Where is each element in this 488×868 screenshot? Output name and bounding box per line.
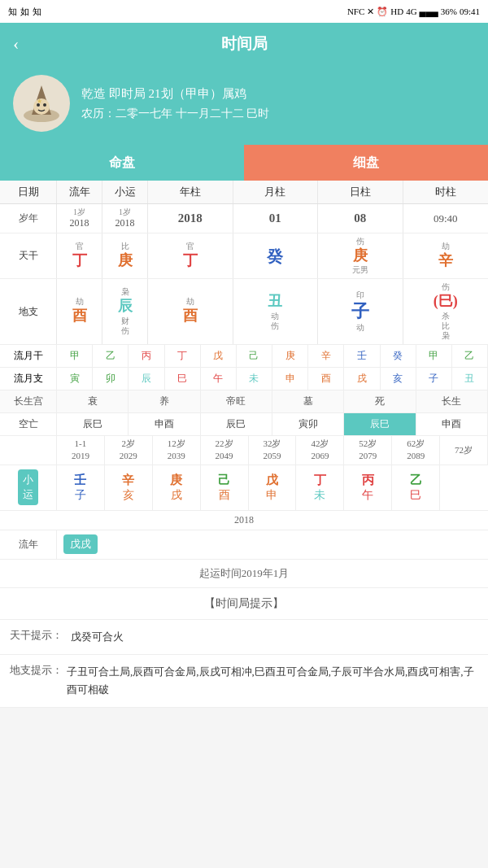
dayun-item-4: 己 酉 xyxy=(201,465,249,510)
dayun-age-empty xyxy=(0,436,57,465)
fmg-1: 甲 xyxy=(57,345,93,367)
svg-point-4 xyxy=(43,103,46,107)
cs-4: 墓 xyxy=(272,390,344,412)
tiangan-hint-row: 天干提示： 戊癸可合火 xyxy=(0,620,488,655)
year-rizhu: 08 xyxy=(318,204,403,233)
fmg-3: 丙 xyxy=(129,345,164,367)
dayun-item-7: 丙 午 xyxy=(344,465,392,510)
hd-badge: HD xyxy=(390,7,403,16)
fmg-10: 癸 xyxy=(381,345,416,367)
nfc-icon: NFC xyxy=(347,7,364,16)
qiyun-text: 起运时间2019年1月 xyxy=(0,560,488,588)
col-header-liunian: 流年 xyxy=(57,181,102,203)
dayun-badge: 小运 xyxy=(18,469,38,505)
year-xiaoyun: 1岁 2018 xyxy=(102,204,148,233)
dizhi-yuezhu: 丑 动 伤 xyxy=(233,279,319,343)
tiangan-liunian: 官 丁 xyxy=(57,233,102,278)
tiangan-xiaoyun: 比 庚 xyxy=(102,233,148,278)
dayun-age-4: 22岁2049 xyxy=(201,436,249,465)
table-area: 日期 流年 小运 年柱 月柱 日柱 时柱 岁年 1岁 2018 1岁 2018 … xyxy=(0,181,488,708)
fmz-4: 巳 xyxy=(165,368,201,390)
alarm-icon: ⏰ xyxy=(377,7,388,17)
status-bar: 知 如 知 NFC ✕ ⏰ HD 4G ▄▄▄ 36% 09:41 xyxy=(0,0,488,23)
dayun-age-7: 52岁2079 xyxy=(344,436,392,465)
dizhi-nianzhu: 劫 酉 xyxy=(148,279,233,343)
cs-6: 长生 xyxy=(416,390,488,412)
dayun-age-8: 62岁2089 xyxy=(392,436,440,465)
svg-text:★: ★ xyxy=(37,98,42,105)
status-left: 知 如 知 xyxy=(8,6,41,18)
status-icon3: 知 xyxy=(33,6,41,18)
fmz-7: 申 xyxy=(272,368,308,390)
status-icon2: 如 xyxy=(20,6,29,18)
dayun-label-cell: 小运 xyxy=(0,465,57,510)
tiangan-label: 天干 xyxy=(0,233,57,278)
dayun-item-3: 庚 戌 xyxy=(153,465,201,510)
battery-icon: 36% xyxy=(441,7,457,16)
fmg-8: 辛 xyxy=(308,345,344,367)
fmg-4: 丁 xyxy=(165,345,201,367)
fmg-2: 乙 xyxy=(93,345,129,367)
col-header-rizhu: 日柱 xyxy=(318,181,403,203)
fmg-11: 甲 xyxy=(416,345,452,367)
kongwang-label: 空亡 xyxy=(0,413,57,435)
dizhi-xiaoyun: 枭 辰 财 伤 xyxy=(102,279,148,343)
fmz-6: 未 xyxy=(237,368,272,390)
fmz-2: 卯 xyxy=(93,368,129,390)
year-shizhu: 09:40 xyxy=(403,204,489,233)
tiangan-yuezhu: 癸 xyxy=(233,233,319,278)
fmg-9: 壬 xyxy=(344,345,380,367)
dayun-age-6: 42岁2069 xyxy=(296,436,344,465)
tiangan-hint-label: 天干提示： xyxy=(10,628,63,646)
tiangan-rizhu: 伤 庚 元男 xyxy=(318,233,403,278)
tab-xipan[interactable]: 细盘 xyxy=(244,145,488,181)
fmg-5: 戊 xyxy=(201,345,237,367)
dayun-item-5: 戊 申 xyxy=(249,465,297,510)
year-liunian: 1岁 2018 xyxy=(57,204,102,233)
dizhi-hint-row: 地支提示： 子丑可合土局,辰酉可合金局,辰戌可相冲,巳酉丑可合金局,子辰可半合水… xyxy=(0,655,488,708)
cs-2: 养 xyxy=(129,390,200,412)
tiangan-nianzhu: 官 丁 xyxy=(148,233,233,278)
dizhi-label: 地支 xyxy=(0,279,57,343)
liunian-badge: 戊戌 xyxy=(63,534,98,554)
flow-month-zhi-row: 流月支 寅 卯 辰 巳 午 未 申 酉 戌 亥 子 丑 xyxy=(0,368,488,390)
dizhi-liunian: 劫 酉 xyxy=(57,279,102,343)
changsheng-row: 长生宫 衰 养 帝旺 墓 死 长生 xyxy=(0,390,488,413)
dayun-age-2: 2岁2029 xyxy=(105,436,153,465)
dayun-main-row: 小运 壬 子 辛 亥 庚 戌 己 酉 戊 申 丁 未 丙 午 xyxy=(0,465,488,511)
fmz-10: 亥 xyxy=(381,368,416,390)
dizhi-row: 地支 劫 酉 枭 辰 财 伤 劫 酉 丑 动 伤 印 子 动 伤 (巳) 杀 xyxy=(0,279,488,344)
fmz-12: 丑 xyxy=(452,368,488,390)
dizhi-hint-label: 地支提示： xyxy=(10,663,59,699)
col-header-shizhu: 时柱 xyxy=(403,181,489,203)
tiangan-hint-content: 戊癸可合火 xyxy=(71,628,124,646)
table-header-row: 日期 流年 小运 年柱 月柱 日柱 时柱 xyxy=(0,181,488,204)
year-nianzhu: 2018 xyxy=(148,204,233,233)
tab-mingpan[interactable]: 命盘 xyxy=(0,145,244,181)
fmz-1: 寅 xyxy=(57,368,93,390)
dizhi-rizhu: 印 子 动 xyxy=(318,279,403,343)
kw-4: 寅卯 xyxy=(272,413,344,435)
col-header-nianzhu: 年柱 xyxy=(148,181,233,203)
fmg-7: 庚 xyxy=(272,345,308,367)
mute-icon: ✕ xyxy=(367,7,374,17)
liunian-row: 流年 戊戌 xyxy=(0,530,488,560)
back-button[interactable]: ‹ xyxy=(13,33,19,55)
app-header: ‹ 时间局 xyxy=(0,23,488,65)
dayun-item-2: 辛 亥 xyxy=(105,465,153,510)
tiangan-row: 天干 官 丁 比 庚 官 丁 癸 伤 庚 元男 劫 辛 xyxy=(0,233,488,279)
col-header-date: 日期 xyxy=(0,181,57,203)
dizhi-shizhu: 伤 (巳) 杀 比 枭 xyxy=(403,279,489,343)
tiangan-shizhu: 劫 辛 xyxy=(403,233,489,278)
status-right: NFC ✕ ⏰ HD 4G ▄▄▄ 36% 09:41 xyxy=(347,7,480,17)
fmg-6: 己 xyxy=(237,345,272,367)
col-header-yuezhu: 月柱 xyxy=(233,181,319,203)
dayun-age-5: 32岁2059 xyxy=(249,436,297,465)
year-label: 岁年 xyxy=(0,204,57,233)
hint-title: 【时间局提示】 xyxy=(0,588,488,620)
col-header-xiaoyun: 小运 xyxy=(102,181,148,203)
kw-5-highlighted: 辰巳 xyxy=(344,413,416,435)
year-data-row: 岁年 1岁 2018 1岁 2018 2018 01 08 09:40 xyxy=(0,204,488,233)
dayun-age-1: 1-12019 xyxy=(57,436,105,465)
profile-section: ★ 乾造 即时局 21划（甲申）属鸡 农历：二零一七年 十一月二十二 巳时 xyxy=(0,65,488,145)
